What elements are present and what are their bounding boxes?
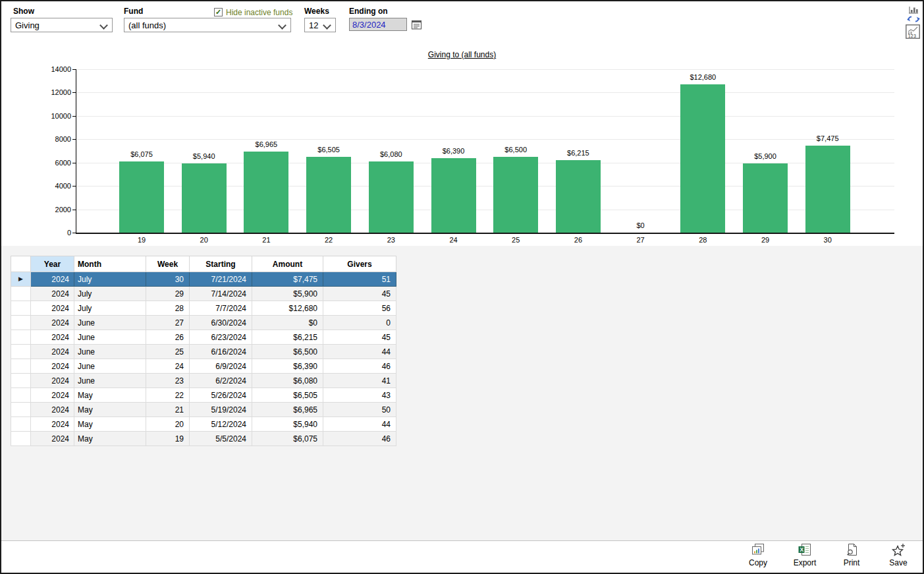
save-button-label: Save <box>879 558 918 567</box>
table-cell: 56 <box>323 301 396 316</box>
table-row[interactable]: 2024May205/12/2024$5,94044 <box>11 417 396 432</box>
table-cell: 29 <box>146 287 190 301</box>
table-cell: 44 <box>323 345 396 359</box>
svg-text:123: 123 <box>908 34 916 38</box>
table-cell: 6/23/2024 <box>190 330 252 345</box>
print-button-label: Print <box>832 558 871 567</box>
y-axis-tick <box>72 233 76 233</box>
table-cell: 20 <box>146 417 190 432</box>
table-cell: 26 <box>146 330 190 345</box>
y-axis-tick <box>72 69 76 70</box>
chart-bar <box>306 157 351 233</box>
refresh-chart-icon[interactable] <box>905 5 922 25</box>
chart-bar <box>680 84 725 233</box>
row-selector-cell[interactable]: ▶ <box>11 272 31 287</box>
table-row[interactable]: 2024May195/5/2024$6,07546 <box>11 432 396 446</box>
bar-value-label: $6,505 <box>299 146 358 154</box>
table-cell: 5/5/2024 <box>190 432 252 446</box>
svg-text:X: X <box>800 546 804 553</box>
view-data-icon[interactable]: 123 <box>906 24 920 42</box>
chevron-down-icon <box>323 21 331 30</box>
row-selector-cell[interactable] <box>11 287 31 301</box>
export-button-label: Export <box>785 558 825 567</box>
column-header-givers[interactable]: Givers <box>323 256 396 272</box>
hide-inactive-checkbox[interactable]: ✓ <box>214 8 223 16</box>
export-button[interactable]: X Export <box>785 543 825 573</box>
print-button[interactable]: Print <box>832 543 871 573</box>
row-selector-cell[interactable] <box>11 359 31 374</box>
table-cell: July <box>74 301 146 316</box>
row-selector-cell[interactable] <box>11 345 31 359</box>
table-row[interactable]: 2024May215/19/2024$6,96550 <box>11 403 396 417</box>
y-axis-label: 0 <box>41 229 71 237</box>
table-row[interactable]: 2024July287/7/2024$12,68056 <box>11 301 396 316</box>
table-row[interactable]: ▶2024July307/21/2024$7,47551 <box>11 272 396 287</box>
table-cell: 2024 <box>31 388 74 403</box>
table-cell: June <box>74 374 146 388</box>
fund-label: Fund <box>124 7 143 16</box>
table-row[interactable]: 2024June246/9/2024$6,39046 <box>11 359 396 374</box>
table-cell: $6,390 <box>252 359 323 374</box>
row-selector-cell[interactable] <box>11 417 31 432</box>
chart-gridline <box>76 92 894 93</box>
x-axis-label: 28 <box>683 236 722 244</box>
bar-value-label: $5,900 <box>736 152 795 160</box>
table-cell: 2024 <box>31 359 74 374</box>
table-cell: $6,965 <box>252 403 323 417</box>
row-selector-cell[interactable] <box>11 374 31 388</box>
chart-plot: 02000400060008000100001200014000$6,07519… <box>76 69 894 234</box>
table-cell: 2024 <box>31 374 74 388</box>
x-axis-label: 29 <box>746 236 785 244</box>
column-header-amount[interactable]: Amount <box>252 256 323 272</box>
giving-table: Year Month Week Starting Amount Givers ▶… <box>11 256 396 446</box>
chevron-down-icon <box>278 21 286 30</box>
table-cell: $6,075 <box>252 432 323 446</box>
bar-value-label: $5,940 <box>175 152 234 160</box>
show-select-value: Giving <box>15 20 40 30</box>
table-row[interactable]: 2024June266/23/2024$6,21545 <box>11 330 396 345</box>
row-selector-cell[interactable] <box>11 403 31 417</box>
table-cell: June <box>74 359 146 374</box>
table-cell: May <box>74 417 146 432</box>
table-row[interactable]: 2024May225/26/2024$6,50543 <box>11 388 396 403</box>
column-header-week[interactable]: Week <box>146 256 190 272</box>
save-star-icon <box>890 543 906 558</box>
x-axis-label: 25 <box>496 236 535 244</box>
y-axis-label: 4000 <box>41 182 71 190</box>
table-cell: 6/16/2024 <box>190 345 252 359</box>
table-cell: 30 <box>146 272 190 287</box>
row-selector-header <box>11 256 31 272</box>
weeks-select[interactable]: 12 <box>304 18 336 32</box>
row-selector-cell[interactable] <box>11 330 31 345</box>
y-axis-label: 8000 <box>41 135 71 143</box>
row-selector-cell[interactable] <box>11 316 31 330</box>
row-selector-cell[interactable] <box>11 432 31 446</box>
table-cell: June <box>74 316 146 330</box>
calendar-icon[interactable] <box>410 18 423 31</box>
row-selector-cell[interactable] <box>11 301 31 316</box>
show-select[interactable]: Giving <box>11 18 113 32</box>
table-row[interactable]: 2024June276/30/2024$00 <box>11 316 396 330</box>
table-row[interactable]: 2024July297/14/2024$5,90045 <box>11 287 396 301</box>
table-cell: 2024 <box>31 432 74 446</box>
table-cell: 43 <box>323 388 396 403</box>
copy-button[interactable]: Copy <box>738 543 778 573</box>
column-header-year[interactable]: Year <box>31 256 74 272</box>
table-cell: $5,940 <box>252 417 323 432</box>
fund-select[interactable]: (all funds) <box>124 18 291 32</box>
table-row[interactable]: 2024June236/2/2024$6,08041 <box>11 374 396 388</box>
table-cell: 44 <box>323 417 396 432</box>
chart-bar <box>805 146 850 233</box>
table-cell: $6,215 <box>252 330 323 345</box>
table-row[interactable]: 2024June256/16/2024$6,50044 <box>11 345 396 359</box>
table-cell: May <box>74 432 146 446</box>
row-selector-cell[interactable] <box>11 388 31 403</box>
x-axis-label: 22 <box>309 236 348 244</box>
print-preview-icon <box>844 543 859 558</box>
ending-date-input[interactable] <box>349 18 407 31</box>
column-header-month[interactable]: Month <box>74 256 146 272</box>
table-cell: 5/19/2024 <box>190 403 252 417</box>
column-header-starting[interactable]: Starting <box>190 256 252 272</box>
chart-title-link[interactable]: Giving to (all funds) <box>1 50 923 59</box>
save-button[interactable]: Save <box>879 543 918 573</box>
